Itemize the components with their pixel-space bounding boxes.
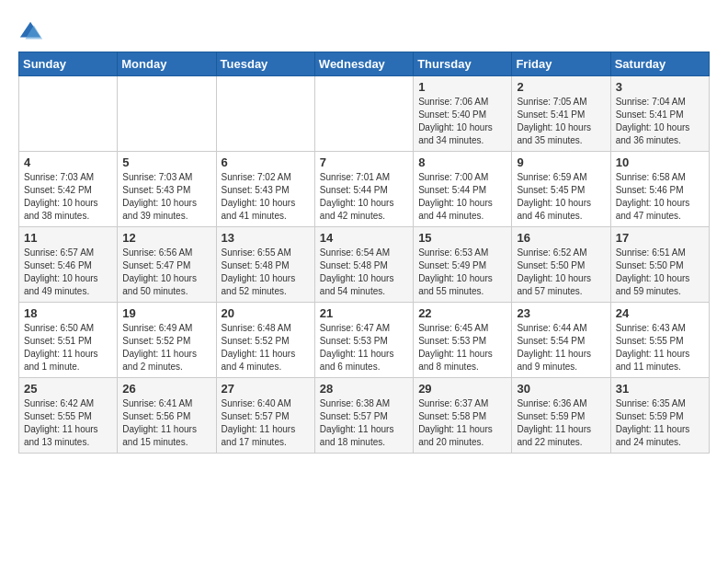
day-info: Sunrise: 6:54 AM Sunset: 5:48 PM Dayligh… bbox=[320, 247, 408, 298]
day-number: 30 bbox=[517, 382, 605, 396]
day-info: Sunrise: 6:52 AM Sunset: 5:50 PM Dayligh… bbox=[517, 247, 605, 298]
day-info: Sunrise: 6:36 AM Sunset: 5:59 PM Dayligh… bbox=[517, 397, 605, 449]
day-cell-4-3: 28Sunrise: 6:38 AM Sunset: 5:57 PM Dayli… bbox=[314, 378, 413, 454]
day-number: 9 bbox=[517, 155, 605, 169]
day-cell-3-2: 20Sunrise: 6:48 AM Sunset: 5:52 PM Dayli… bbox=[216, 303, 314, 378]
day-info: Sunrise: 7:03 AM Sunset: 5:43 PM Dayligh… bbox=[122, 171, 210, 223]
day-number: 5 bbox=[122, 155, 210, 169]
day-cell-0-1 bbox=[118, 76, 216, 152]
day-info: Sunrise: 6:56 AM Sunset: 5:47 PM Dayligh… bbox=[122, 247, 210, 298]
day-number: 29 bbox=[418, 382, 506, 396]
header-saturday: Saturday bbox=[610, 52, 709, 76]
header-row: SundayMondayTuesdayWednesdayThursdayFrid… bbox=[19, 52, 710, 76]
day-cell-2-5: 16Sunrise: 6:52 AM Sunset: 5:50 PM Dayli… bbox=[512, 227, 610, 303]
day-info: Sunrise: 6:38 AM Sunset: 5:57 PM Dayligh… bbox=[320, 397, 408, 449]
day-info: Sunrise: 7:01 AM Sunset: 5:44 PM Dayligh… bbox=[320, 171, 408, 223]
header-thursday: Thursday bbox=[414, 52, 512, 76]
day-cell-2-3: 14Sunrise: 6:54 AM Sunset: 5:48 PM Dayli… bbox=[314, 227, 413, 303]
calendar-table: SundayMondayTuesdayWednesdayThursdayFrid… bbox=[18, 52, 710, 454]
day-number: 25 bbox=[24, 382, 112, 396]
day-cell-2-6: 17Sunrise: 6:51 AM Sunset: 5:50 PM Dayli… bbox=[610, 227, 709, 303]
day-info: Sunrise: 6:47 AM Sunset: 5:53 PM Dayligh… bbox=[320, 322, 408, 373]
day-info: Sunrise: 6:57 AM Sunset: 5:46 PM Dayligh… bbox=[24, 247, 112, 298]
day-cell-4-4: 29Sunrise: 6:37 AM Sunset: 5:58 PM Dayli… bbox=[414, 378, 512, 454]
day-number: 4 bbox=[24, 155, 112, 169]
day-cell-1-4: 8Sunrise: 7:00 AM Sunset: 5:44 PM Daylig… bbox=[414, 152, 512, 227]
day-info: Sunrise: 7:02 AM Sunset: 5:43 PM Dayligh… bbox=[222, 171, 310, 223]
day-info: Sunrise: 6:35 AM Sunset: 5:59 PM Dayligh… bbox=[616, 397, 704, 449]
day-number: 16 bbox=[517, 231, 605, 245]
day-cell-3-5: 23Sunrise: 6:44 AM Sunset: 5:54 PM Dayli… bbox=[512, 303, 610, 378]
logo-icon bbox=[18, 18, 44, 44]
day-info: Sunrise: 6:48 AM Sunset: 5:52 PM Dayligh… bbox=[222, 322, 310, 373]
day-number: 6 bbox=[222, 155, 310, 169]
day-number: 8 bbox=[418, 155, 506, 169]
day-cell-4-0: 25Sunrise: 6:42 AM Sunset: 5:55 PM Dayli… bbox=[19, 378, 118, 454]
day-info: Sunrise: 6:50 AM Sunset: 5:51 PM Dayligh… bbox=[24, 322, 112, 373]
day-number: 20 bbox=[222, 306, 310, 320]
day-cell-0-4: 1Sunrise: 7:06 AM Sunset: 5:40 PM Daylig… bbox=[414, 76, 512, 152]
day-number: 7 bbox=[320, 155, 408, 169]
day-cell-1-1: 5Sunrise: 7:03 AM Sunset: 5:43 PM Daylig… bbox=[118, 152, 216, 227]
day-number: 31 bbox=[616, 382, 704, 396]
day-number: 24 bbox=[616, 306, 704, 320]
day-cell-4-1: 26Sunrise: 6:41 AM Sunset: 5:56 PM Dayli… bbox=[118, 378, 216, 454]
day-info: Sunrise: 6:51 AM Sunset: 5:50 PM Dayligh… bbox=[616, 247, 704, 298]
day-info: Sunrise: 6:59 AM Sunset: 5:45 PM Dayligh… bbox=[517, 171, 605, 223]
day-cell-3-3: 21Sunrise: 6:47 AM Sunset: 5:53 PM Dayli… bbox=[314, 303, 413, 378]
day-info: Sunrise: 6:58 AM Sunset: 5:46 PM Dayligh… bbox=[616, 171, 704, 223]
day-info: Sunrise: 6:53 AM Sunset: 5:49 PM Dayligh… bbox=[418, 247, 506, 298]
day-cell-0-2 bbox=[216, 76, 314, 152]
header-wednesday: Wednesday bbox=[314, 52, 413, 76]
day-number: 11 bbox=[24, 231, 112, 245]
week-row-4: 18Sunrise: 6:50 AM Sunset: 5:51 PM Dayli… bbox=[19, 303, 710, 378]
week-row-5: 25Sunrise: 6:42 AM Sunset: 5:55 PM Dayli… bbox=[19, 378, 710, 454]
day-number: 21 bbox=[320, 306, 408, 320]
day-number: 13 bbox=[222, 231, 310, 245]
day-cell-0-6: 3Sunrise: 7:04 AM Sunset: 5:41 PM Daylig… bbox=[610, 76, 709, 152]
day-number: 2 bbox=[517, 80, 605, 94]
day-number: 10 bbox=[616, 155, 704, 169]
day-cell-3-0: 18Sunrise: 6:50 AM Sunset: 5:51 PM Dayli… bbox=[19, 303, 118, 378]
day-cell-2-4: 15Sunrise: 6:53 AM Sunset: 5:49 PM Dayli… bbox=[414, 227, 512, 303]
day-cell-1-5: 9Sunrise: 6:59 AM Sunset: 5:45 PM Daylig… bbox=[512, 152, 610, 227]
logo bbox=[18, 18, 48, 44]
day-info: Sunrise: 6:45 AM Sunset: 5:53 PM Dayligh… bbox=[418, 322, 506, 373]
day-cell-2-2: 13Sunrise: 6:55 AM Sunset: 5:48 PM Dayli… bbox=[216, 227, 314, 303]
day-number: 22 bbox=[418, 306, 506, 320]
day-info: Sunrise: 7:03 AM Sunset: 5:42 PM Dayligh… bbox=[24, 171, 112, 223]
day-info: Sunrise: 6:43 AM Sunset: 5:55 PM Dayligh… bbox=[616, 322, 704, 373]
day-number: 26 bbox=[122, 382, 210, 396]
day-info: Sunrise: 7:00 AM Sunset: 5:44 PM Dayligh… bbox=[418, 171, 506, 223]
day-number: 18 bbox=[24, 306, 112, 320]
week-row-2: 4Sunrise: 7:03 AM Sunset: 5:42 PM Daylig… bbox=[19, 152, 710, 227]
day-number: 12 bbox=[122, 231, 210, 245]
day-info: Sunrise: 7:05 AM Sunset: 5:41 PM Dayligh… bbox=[517, 96, 605, 147]
header-monday: Monday bbox=[118, 52, 216, 76]
day-cell-0-3 bbox=[314, 76, 413, 152]
day-info: Sunrise: 6:41 AM Sunset: 5:56 PM Dayligh… bbox=[122, 397, 210, 449]
day-cell-1-0: 4Sunrise: 7:03 AM Sunset: 5:42 PM Daylig… bbox=[19, 152, 118, 227]
day-cell-0-0 bbox=[19, 76, 118, 152]
day-number: 28 bbox=[320, 382, 408, 396]
day-cell-2-1: 12Sunrise: 6:56 AM Sunset: 5:47 PM Dayli… bbox=[118, 227, 216, 303]
day-number: 17 bbox=[616, 231, 704, 245]
day-info: Sunrise: 6:44 AM Sunset: 5:54 PM Dayligh… bbox=[517, 322, 605, 373]
day-number: 1 bbox=[418, 80, 506, 94]
day-info: Sunrise: 7:04 AM Sunset: 5:41 PM Dayligh… bbox=[616, 96, 704, 147]
day-info: Sunrise: 6:37 AM Sunset: 5:58 PM Dayligh… bbox=[418, 397, 506, 449]
header-friday: Friday bbox=[512, 52, 610, 76]
day-info: Sunrise: 6:55 AM Sunset: 5:48 PM Dayligh… bbox=[222, 247, 310, 298]
day-number: 27 bbox=[222, 382, 310, 396]
day-number: 14 bbox=[320, 231, 408, 245]
day-cell-1-3: 7Sunrise: 7:01 AM Sunset: 5:44 PM Daylig… bbox=[314, 152, 413, 227]
day-cell-4-5: 30Sunrise: 6:36 AM Sunset: 5:59 PM Dayli… bbox=[512, 378, 610, 454]
week-row-3: 11Sunrise: 6:57 AM Sunset: 5:46 PM Dayli… bbox=[19, 227, 710, 303]
day-info: Sunrise: 6:42 AM Sunset: 5:55 PM Dayligh… bbox=[24, 397, 112, 449]
day-number: 23 bbox=[517, 306, 605, 320]
day-cell-3-6: 24Sunrise: 6:43 AM Sunset: 5:55 PM Dayli… bbox=[610, 303, 709, 378]
header-tuesday: Tuesday bbox=[216, 52, 314, 76]
day-cell-0-5: 2Sunrise: 7:05 AM Sunset: 5:41 PM Daylig… bbox=[512, 76, 610, 152]
day-info: Sunrise: 6:40 AM Sunset: 5:57 PM Dayligh… bbox=[222, 397, 310, 449]
day-info: Sunrise: 7:06 AM Sunset: 5:40 PM Dayligh… bbox=[418, 96, 506, 147]
